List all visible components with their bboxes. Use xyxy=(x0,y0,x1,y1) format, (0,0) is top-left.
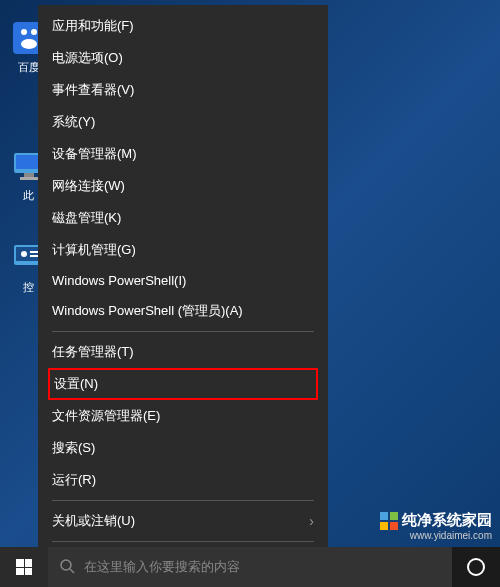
highlight-annotation: 设置(N) xyxy=(48,368,318,400)
menu-item-run[interactable]: 运行(R) xyxy=(38,464,328,496)
watermark-title: 纯净系统家园 xyxy=(402,511,492,530)
menu-item-apps-features[interactable]: 应用和功能(F) xyxy=(38,10,328,42)
watermark: 纯净系统家园 www.yidaimei.com xyxy=(380,511,492,541)
menu-item-disk-mgmt[interactable]: 磁盘管理(K) xyxy=(38,202,328,234)
svg-point-3 xyxy=(21,39,37,49)
watermark-logo-icon xyxy=(380,512,398,530)
svg-line-18 xyxy=(70,569,74,573)
menu-item-system[interactable]: 系统(Y) xyxy=(38,106,328,138)
menu-item-settings[interactable]: 设置(N) xyxy=(54,375,312,393)
svg-rect-15 xyxy=(380,522,388,530)
menu-item-computer-mgmt[interactable]: 计算机管理(G) xyxy=(38,234,328,266)
menu-item-powershell-admin[interactable]: Windows PowerShell (管理员)(A) xyxy=(38,295,328,327)
menu-separator xyxy=(52,541,314,542)
svg-rect-7 xyxy=(20,177,38,180)
menu-separator xyxy=(52,500,314,501)
cortana-icon xyxy=(467,558,485,576)
svg-point-2 xyxy=(31,29,37,35)
taskbar: 在这里输入你要搜索的内容 xyxy=(0,547,500,587)
svg-rect-13 xyxy=(380,512,388,520)
menu-item-file-explorer[interactable]: 文件资源管理器(E) xyxy=(38,400,328,432)
menu-item-network[interactable]: 网络连接(W) xyxy=(38,170,328,202)
menu-item-power-options[interactable]: 电源选项(O) xyxy=(38,42,328,74)
taskbar-search-input[interactable]: 在这里输入你要搜索的内容 xyxy=(48,547,452,587)
svg-point-1 xyxy=(21,29,27,35)
svg-rect-6 xyxy=(24,173,34,177)
menu-item-search[interactable]: 搜索(S) xyxy=(38,432,328,464)
menu-separator xyxy=(52,331,314,332)
svg-point-10 xyxy=(21,251,27,257)
svg-point-17 xyxy=(61,560,71,570)
svg-rect-14 xyxy=(390,512,398,520)
chevron-right-icon: › xyxy=(309,513,314,529)
cortana-button[interactable] xyxy=(452,547,500,587)
menu-item-shutdown[interactable]: 关机或注销(U) › xyxy=(38,505,328,537)
menu-item-powershell[interactable]: Windows PowerShell(I) xyxy=(38,266,328,295)
menu-item-task-manager[interactable]: 任务管理器(T) xyxy=(38,336,328,368)
watermark-url: www.yidaimei.com xyxy=(380,530,492,541)
start-button[interactable] xyxy=(0,547,48,587)
winx-context-menu: 应用和功能(F) 电源选项(O) 事件查看器(V) 系统(Y) 设备管理器(M)… xyxy=(38,5,328,583)
search-icon xyxy=(60,559,76,575)
windows-logo-icon xyxy=(16,559,32,575)
menu-item-device-manager[interactable]: 设备管理器(M) xyxy=(38,138,328,170)
search-placeholder: 在这里输入你要搜索的内容 xyxy=(84,558,240,576)
menu-item-event-viewer[interactable]: 事件查看器(V) xyxy=(38,74,328,106)
svg-rect-16 xyxy=(390,522,398,530)
